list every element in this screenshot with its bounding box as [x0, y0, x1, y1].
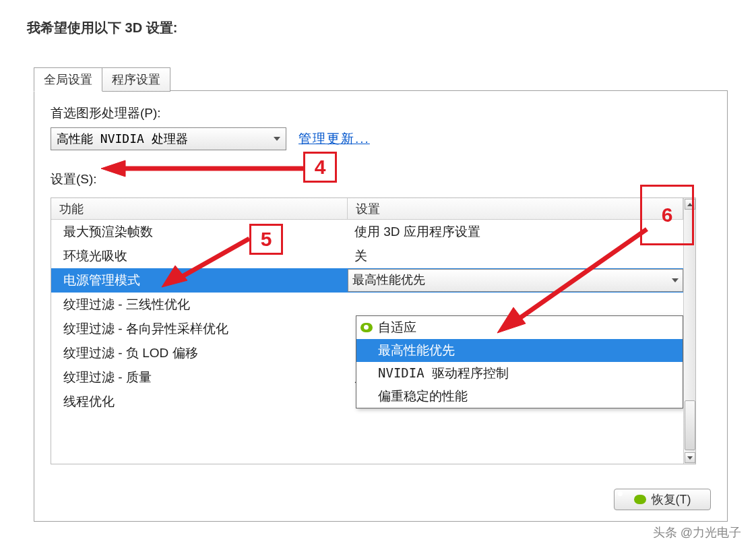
annotation-box-5: 5 — [249, 224, 283, 255]
scroll-thumb[interactable] — [685, 400, 695, 450]
svg-marker-3 — [162, 266, 187, 287]
nvidia-icon — [634, 495, 646, 504]
column-header-feature[interactable]: 功能 — [51, 198, 348, 219]
tab-global-settings[interactable]: 全局设置 — [34, 67, 102, 92]
dropdown-option[interactable]: 偏重稳定的性能 — [356, 385, 683, 408]
annotation-box-6: 6 — [640, 185, 694, 245]
restore-button[interactable]: 恢复(T) — [614, 489, 711, 510]
feature-cell: 纹理过滤 - 负 LOD 偏移 — [51, 344, 348, 362]
preferred-gpu-label: 首选图形处理器(P): — [51, 104, 711, 122]
dropdown-option-selected[interactable]: 最高性能优先 — [356, 339, 683, 362]
scroll-down-button[interactable] — [685, 452, 695, 463]
page-title: 我希望使用以下 3D 设置: — [27, 19, 177, 37]
annotation-box-4: 4 — [303, 152, 337, 183]
feature-cell: 纹理过滤 - 各向异性采样优化 — [51, 320, 348, 338]
dropdown-option[interactable]: NVIDIA 驱动程序控制 — [356, 362, 683, 385]
annotation-arrow-4 — [101, 156, 303, 183]
svg-marker-5 — [497, 307, 526, 333]
feature-cell: 线程优化 — [51, 393, 348, 410]
restore-button-label: 恢复(T) — [652, 491, 691, 508]
annotation-arrow-5 — [155, 236, 256, 290]
nvidia-icon — [360, 323, 373, 332]
chevron-down-icon — [672, 278, 679, 282]
feature-cell: 纹理过滤 - 质量 — [51, 369, 348, 386]
dropdown-option-label: 自适应 — [378, 320, 416, 334]
dropdown-option-label: NVIDIA 驱动程序控制 — [378, 365, 509, 380]
manage-updates-link[interactable]: 管理更新... — [298, 130, 370, 148]
feature-cell: 纹理过滤 - 三线性优化 — [51, 296, 348, 313]
dropdown-option-label: 偏重稳定的性能 — [378, 388, 468, 403]
preferred-gpu-value: 高性能 NVIDIA 处理器 — [57, 131, 188, 146]
watermark: 头条 @力光电子 — [653, 524, 741, 541]
power-mode-value: 最高性能优先 — [352, 273, 425, 286]
grid-header: 功能 设置 — [51, 198, 683, 220]
annotation-arrow-6 — [492, 222, 654, 337]
tab-strip: 全局设置 程序设置 — [34, 67, 170, 92]
svg-marker-1 — [101, 160, 125, 177]
svg-line-2 — [175, 239, 249, 280]
chevron-down-icon — [274, 137, 280, 141]
preferred-gpu-dropdown[interactable]: 高性能 NVIDIA 处理器 — [51, 127, 286, 150]
tab-program-settings[interactable]: 程序设置 — [102, 67, 170, 92]
svg-line-4 — [512, 229, 647, 324]
dropdown-option-label: 最高性能优先 — [378, 342, 455, 357]
preferred-gpu-row: 高性能 NVIDIA 处理器 管理更新... — [51, 127, 711, 150]
column-header-setting[interactable]: 设置 — [348, 198, 683, 219]
